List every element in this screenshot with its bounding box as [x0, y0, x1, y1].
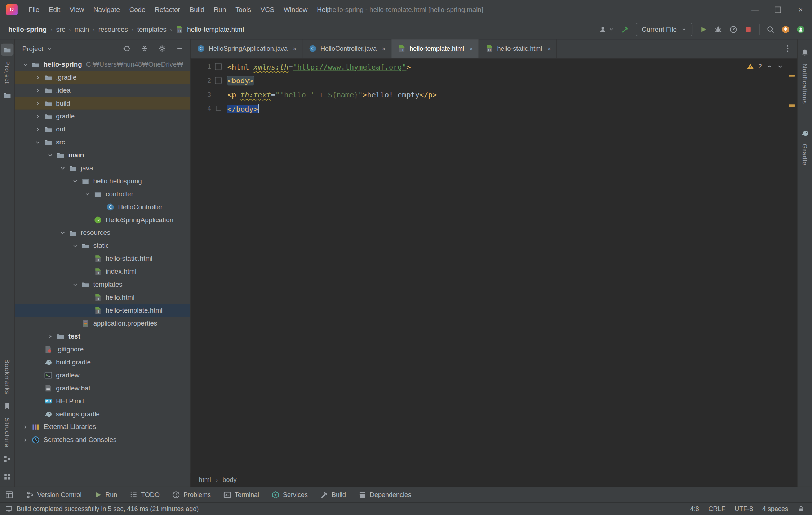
chevron-up-icon[interactable] — [766, 63, 773, 70]
maximize-button[interactable] — [767, 0, 789, 19]
project-stripe-label[interactable]: Project — [4, 61, 11, 84]
commit-tool-button[interactable] — [1, 89, 13, 102]
chevron-right-icon[interactable] — [21, 422, 30, 431]
menu-edit[interactable]: Edit — [44, 0, 65, 19]
menu-view[interactable]: View — [65, 0, 89, 19]
gear-icon[interactable] — [158, 45, 166, 53]
ide-update-button[interactable] — [781, 25, 790, 33]
editor-breadcrumb-body[interactable]: body — [223, 476, 237, 483]
tree-item-build[interactable]: build — [15, 97, 190, 110]
tab-hello-template-html[interactable]: Hhello-template.html× — [391, 39, 479, 58]
notifications-stripe-label[interactable]: Notifications — [801, 64, 808, 104]
close-icon[interactable]: × — [382, 45, 386, 53]
breadcrumb-file[interactable]: Hhello-template.html — [176, 25, 244, 33]
warning-stripe-mark[interactable] — [789, 104, 795, 107]
tab-hellocontroller-java[interactable]: CHelloController.java× — [302, 39, 391, 58]
debug-button[interactable] — [714, 25, 722, 33]
tree-item-main[interactable]: main — [15, 148, 190, 161]
tree-item-hello-spring[interactable]: hello-springC:₩Users₩hun48₩OneDrive₩ — [15, 58, 190, 71]
line-ending-widget[interactable]: CRLF — [709, 505, 726, 512]
tool-button-services[interactable]: Services — [271, 491, 307, 499]
tree-item-application-properties[interactable]: application.properties — [15, 317, 190, 330]
project-panel-title[interactable]: Project — [22, 45, 43, 53]
fold-marker-icon[interactable]: − — [211, 63, 225, 70]
tree-item-hellospringapplication[interactable]: HelloSpringApplication — [15, 213, 190, 226]
close-icon[interactable]: × — [293, 45, 297, 53]
hide-panel-icon[interactable] — [176, 45, 184, 53]
chevron-right-icon[interactable] — [34, 86, 42, 94]
tree-item-static[interactable]: static — [15, 239, 190, 252]
tab-hello-static-html[interactable]: Hhello-static.html× — [479, 39, 557, 58]
more-tool-windows-button[interactable] — [1, 470, 13, 483]
breadcrumb-main[interactable]: main — [75, 25, 89, 33]
chevron-right-icon[interactable] — [34, 99, 42, 107]
tool-button-run[interactable]: Run — [94, 491, 117, 499]
event-log-icon[interactable] — [5, 505, 12, 512]
tree-item-hello-html[interactable]: Hhello.html — [15, 291, 190, 304]
tree-item-gitignore[interactable]: .gitignore — [15, 342, 190, 355]
build-project-button[interactable] — [621, 25, 629, 33]
chevron-down-icon[interactable] — [47, 46, 53, 52]
lock-icon[interactable] — [798, 505, 805, 512]
tab-options-button[interactable] — [784, 39, 797, 58]
menu-refactor[interactable]: Refactor — [150, 0, 185, 19]
bookmarks-tool-button[interactable] — [1, 400, 13, 412]
editor-breadcrumb-html[interactable]: html — [199, 476, 211, 483]
chevron-down-icon[interactable] — [777, 63, 784, 70]
status-message[interactable]: Build completed successfully in 5 sec, 4… — [17, 505, 199, 512]
chevron-down-icon[interactable] — [71, 177, 79, 185]
tab-hellospringapplication-java[interactable]: CHelloSpringApplication.java× — [191, 39, 302, 58]
minimize-button[interactable]: — — [744, 0, 766, 19]
notifications-tool-button[interactable] — [799, 46, 811, 59]
tree-item-gradle[interactable]: .gradle — [15, 71, 190, 84]
tree-item-gradlew-bat[interactable]: gradlew.bat — [15, 381, 190, 394]
tree-item-out[interactable]: out — [15, 123, 190, 136]
caret-position-widget[interactable]: 4:8 — [690, 505, 699, 512]
tool-button-terminal[interactable]: Terminal — [223, 491, 259, 499]
tool-button-dependencies[interactable]: Dependencies — [358, 491, 411, 499]
run-button[interactable] — [699, 25, 707, 33]
breadcrumb-templates[interactable]: templates — [137, 25, 167, 33]
fold-marker-icon[interactable]: − — [211, 77, 225, 84]
indent-widget[interactable]: 4 spaces — [762, 505, 788, 512]
chevron-down-icon[interactable] — [71, 241, 79, 250]
tree-item-build-gradle[interactable]: build.gradle — [15, 355, 190, 368]
tool-window-switcher-button[interactable] — [5, 491, 13, 499]
tree-item-index-html[interactable]: Hindex.html — [15, 265, 190, 278]
menu-vcs[interactable]: VCS — [256, 0, 279, 19]
close-icon[interactable]: × — [547, 45, 551, 53]
tool-button-version-control[interactable]: Version Control — [26, 491, 81, 499]
tree-item-hello-hellospring[interactable]: hello.hellospring — [15, 174, 190, 187]
chevron-down-icon[interactable] — [34, 138, 42, 146]
stop-button[interactable] — [744, 25, 753, 33]
chevron-down-icon[interactable] — [58, 229, 67, 237]
warning-stripe-mark[interactable] — [789, 75, 795, 77]
tree-item-java[interactable]: java — [15, 161, 190, 174]
fold-marker-icon[interactable] — [211, 106, 225, 111]
tree-item-gradlew[interactable]: gradlew — [15, 368, 190, 381]
tool-button-todo[interactable]: TODO — [130, 491, 160, 499]
tree-item-hello-static-html[interactable]: Hhello-static.html — [15, 252, 190, 265]
collapse-all-icon[interactable] — [140, 45, 148, 53]
chevron-right-icon[interactable] — [34, 112, 42, 120]
close-icon[interactable]: × — [469, 45, 473, 53]
tree-item-test[interactable]: test — [15, 330, 190, 342]
tree-item-src[interactable]: src — [15, 136, 190, 149]
tree-item-hellocontroller[interactable]: CHelloController — [15, 200, 190, 213]
tree-item-scratches-and-consoles[interactable]: Scratches and Consoles — [15, 433, 190, 446]
chevron-right-icon[interactable] — [34, 73, 42, 81]
user-button[interactable] — [599, 25, 614, 33]
menu-navigate[interactable]: Navigate — [89, 0, 125, 19]
code-editor[interactable]: 1−<html xmlns:th="http://www.thymeleaf.o… — [191, 58, 797, 473]
menu-file[interactable]: File — [24, 0, 44, 19]
tool-button-build[interactable]: Build — [320, 491, 346, 499]
tool-button-problems[interactable]: Problems — [172, 491, 210, 499]
chevron-down-icon[interactable] — [21, 60, 30, 68]
menu-window[interactable]: Window — [279, 0, 312, 19]
code-with-me-button[interactable] — [797, 25, 805, 33]
encoding-widget[interactable]: UTF-8 — [735, 505, 753, 512]
tree-item-external-libraries[interactable]: External Libraries — [15, 420, 190, 433]
breadcrumb-src[interactable]: src — [56, 25, 65, 33]
chevron-down-icon[interactable] — [58, 164, 67, 172]
tree-item-resources[interactable]: resources — [15, 226, 190, 239]
